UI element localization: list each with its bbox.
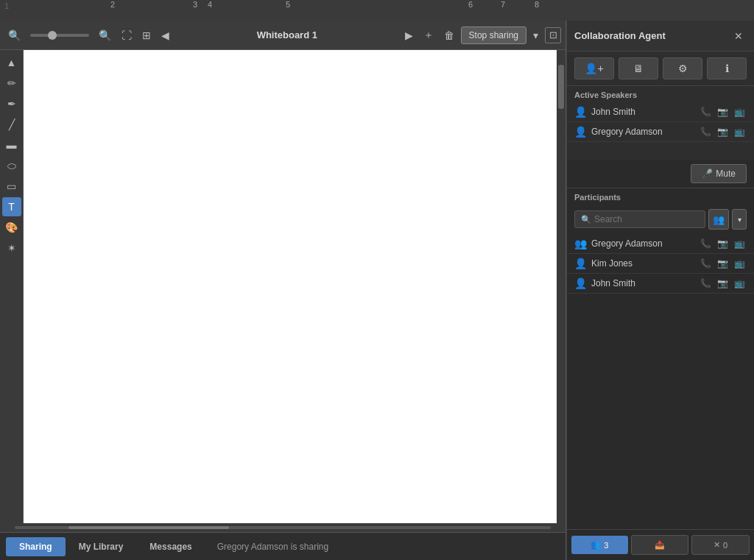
bottom-tabs: Sharing My Library Messages Gregory Adam… (0, 532, 566, 560)
speaker-row-gregory: 👤 Gregory Adamson 📞 📷 📺 (567, 122, 754, 142)
active-speakers-block: Active Speakers 👤 John Smith 📞 📷 📺 👤 Gre… (567, 86, 754, 160)
share-icon-bottom: 📤 (655, 540, 665, 550)
search-input[interactable] (594, 214, 699, 224)
tool-rect[interactable]: ▬ (2, 135, 21, 155)
right-bottom-bar: 👥 3 📤 ✕ 0 (567, 529, 754, 560)
whiteboard-title: Whiteboard 1 (176, 29, 398, 40)
tab-sharing[interactable]: Sharing (6, 537, 66, 556)
fullscreen-button[interactable]: ⊞ (138, 27, 155, 43)
share-button[interactable]: 📤 (631, 535, 689, 555)
notifications-count: 0 (723, 541, 727, 550)
speaker-video-1[interactable]: 📷 (716, 106, 730, 118)
info-icon: ℹ (725, 63, 729, 74)
settings-button[interactable]: ⚙ (663, 57, 702, 79)
add-participant-button[interactable]: 👤+ (574, 57, 614, 79)
speaker-row-john: 👤 John Smith 📞 📷 📺 (567, 102, 754, 122)
mute-label: Mute (716, 169, 736, 179)
participant-video-2[interactable]: 📷 (716, 277, 730, 289)
label-2: 2 (110, 0, 115, 9)
info-button[interactable]: ℹ (707, 57, 747, 79)
search-field-container: 🔍 (574, 210, 705, 228)
next-button[interactable]: ▶ (401, 27, 417, 43)
tool-line[interactable]: ╱ (2, 115, 21, 134)
whiteboard-body: ▲ ✏ ✒ ╱ ▬ ⬭ ▭ T 🎨 ✶ (0, 50, 566, 523)
dropdown-button[interactable]: ▾ (529, 27, 542, 43)
whiteboard-bottom: Sharing My Library Messages Gregory Adam… (0, 523, 566, 560)
participants-count-button[interactable]: 👥 3 (571, 536, 628, 554)
label-8: 8 (535, 0, 539, 9)
horizontal-scrollbar[interactable] (0, 523, 566, 532)
action-buttons: 👤+ 🖥 ⚙ ℹ (567, 52, 754, 86)
tool-pen[interactable]: ✒ (2, 94, 21, 113)
speaker-phone-1[interactable]: 📞 (699, 106, 713, 118)
collab-header: Collaboration Agent ✕ (567, 21, 754, 52)
scrollbar-track-h (15, 526, 551, 529)
speaker-screen-1[interactable]: 📺 (733, 106, 747, 118)
speakers-empty-space (567, 142, 754, 157)
stop-sharing-button[interactable]: Stop sharing (461, 26, 526, 44)
tool-pencil[interactable]: ✏ (2, 74, 21, 93)
settings-icon: ⚙ (678, 63, 688, 74)
add-participant-icon: 👤+ (585, 63, 603, 74)
speaker-screen-2[interactable]: 📺 (733, 126, 747, 138)
zoom-out-button[interactable]: 🔍 (4, 27, 24, 43)
participant-call-icons-1: 📞 📷 📺 (699, 258, 747, 269)
main-area: 🔍 🔍 ⛶ ⊞ ◀ Whiteboard 1 ▶ ＋ 🗑 Stop sharin… (0, 21, 754, 560)
speaker-name-1: John Smith (591, 107, 699, 117)
participants-count-icon: 👥 (591, 540, 601, 550)
label-4: 4 (208, 0, 212, 9)
whiteboard-section: 🔍 🔍 ⛶ ⊞ ◀ Whiteboard 1 ▶ ＋ 🗑 Stop sharin… (0, 21, 566, 560)
participant-screen-0[interactable]: 📺 (733, 238, 747, 249)
tool-color[interactable]: 🎨 (2, 218, 21, 237)
speaker-person-icon-2: 👤 (574, 126, 587, 138)
participant-row-0: 👥 Gregory Adamson 📞 📷 📺 (567, 234, 754, 254)
share-screen-button[interactable]: 🖥 (619, 57, 658, 79)
right-panel: Collaboration Agent ✕ 👤+ 🖥 ⚙ ℹ (566, 21, 754, 560)
expand-button[interactable]: ⊡ (545, 27, 561, 43)
participant-phone-1[interactable]: 📞 (699, 258, 713, 269)
add-slide-button[interactable]: ＋ (420, 26, 437, 44)
speaker-name-2: Gregory Adamson (591, 127, 699, 137)
search-icon: 🔍 (581, 215, 591, 224)
fit-button[interactable]: ⛶ (118, 27, 135, 43)
sharing-status: Gregory Adamson is sharing (217, 542, 328, 552)
tab-messages[interactable]: Messages (136, 537, 205, 556)
tab-library[interactable]: My Library (66, 537, 137, 556)
label-6: 6 (468, 0, 473, 9)
zoom-slider[interactable] (30, 34, 89, 37)
speaker-phone-2[interactable]: 📞 (699, 126, 713, 138)
zoom-in-button[interactable]: 🔍 (95, 27, 115, 43)
tool-ellipse[interactable]: ⬭ (2, 156, 21, 175)
label-1: 1 (4, 1, 9, 10)
participant-screen-2[interactable]: 📺 (733, 277, 747, 289)
participant-video-0[interactable]: 📷 (716, 238, 730, 249)
collab-close-button[interactable]: ✕ (730, 29, 747, 43)
whiteboard-toolbar: 🔍 🔍 ⛶ ⊞ ◀ Whiteboard 1 ▶ ＋ 🗑 Stop sharin… (0, 21, 566, 50)
active-speakers-label: Active Speakers (567, 86, 754, 102)
mute-button[interactable]: 🎤 Mute (691, 164, 747, 183)
participants-dropdown-button[interactable]: ▾ (732, 209, 747, 230)
participant-phone-0[interactable]: 📞 (699, 238, 713, 249)
speaker-person-icon-1: 👤 (574, 106, 587, 118)
speaker-video-2[interactable]: 📷 (716, 126, 730, 138)
delete-slide-button[interactable]: 🗑 (440, 27, 458, 43)
tool-text[interactable]: T (2, 197, 21, 216)
participant-call-icons-0: 📞 📷 📺 (699, 238, 747, 249)
person-icon-1: 👤 (574, 258, 587, 269)
prev-button[interactable]: ◀ (158, 27, 173, 43)
whiteboard-canvas[interactable] (24, 50, 557, 523)
tool-pointer[interactable]: ✶ (2, 238, 21, 258)
participant-video-1[interactable]: 📷 (716, 258, 730, 269)
participant-phone-2[interactable]: 📞 (699, 277, 713, 289)
notifications-button[interactable]: ✕ 0 (691, 535, 750, 555)
vertical-scrollbar[interactable] (557, 50, 566, 523)
scrollbar-thumb-h (68, 526, 229, 529)
view-toggle-button[interactable]: 👥 (708, 209, 729, 230)
tool-eraser[interactable]: ▭ (2, 177, 21, 196)
collab-title: Collaboration Agent (574, 30, 666, 41)
label-3: 3 (193, 0, 197, 9)
tool-select[interactable]: ▲ (2, 53, 21, 72)
participant-row-1: 👤 Kim Jones 📞 📷 📺 (567, 254, 754, 274)
participant-row-2: 👤 John Smith 📞 📷 📺 (567, 274, 754, 294)
participant-screen-1[interactable]: 📺 (733, 258, 747, 269)
